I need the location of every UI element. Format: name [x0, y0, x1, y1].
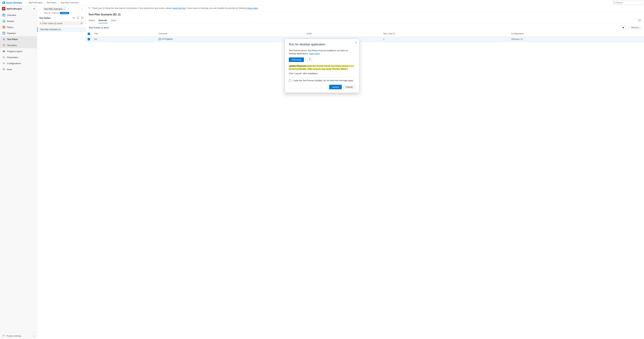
svg-rect-31: [77, 17, 79, 19]
plan-dropdown[interactable]: Test Plan Scenario ⌄: [43, 7, 66, 11]
project-settings-link[interactable]: Project settings: [6, 335, 21, 337]
tab-define[interactable]: Define: [88, 18, 96, 23]
project-avatar: M: [2, 7, 5, 11]
sidebar-item-testplans[interactable]: Test Plans: [0, 36, 37, 42]
runs-icon: [2, 68, 5, 71]
sidebar: M MyFirstProject + Overview Boards Repos…: [0, 5, 37, 339]
svg-rect-34: [638, 20, 640, 21]
search-box[interactable]: [612, 1, 643, 5]
sidebar-item-sub-progress[interactable]: Progress report: [0, 48, 37, 54]
repos-icon: [2, 26, 5, 29]
current-badge: Current: [60, 12, 69, 14]
sidebar-item-overview[interactable]: Overview: [0, 12, 37, 18]
svg-point-25: [3, 63, 4, 64]
svg-rect-3: [3, 15, 3, 16]
back-icon[interactable]: ←: [39, 8, 41, 10]
chevron-down-icon: ⌄: [63, 8, 65, 10]
svg-rect-10: [2, 26, 5, 29]
launch-hint: Click "Launch" after installation.: [289, 72, 355, 75]
launch-button[interactable]: Launch: [329, 85, 342, 89]
col-tcid[interactable]: Test Case Id: [381, 31, 509, 36]
collapse-all-icon[interactable]: [81, 17, 84, 20]
col-title[interactable]: Title: [92, 31, 157, 36]
more-icon[interactable]: ⋮: [81, 8, 84, 10]
suite-item[interactable]: Test Plan Scenario (1): [37, 27, 86, 32]
svg-rect-8: [4, 20, 5, 21]
select-all-checkbox[interactable]: ✓: [88, 33, 90, 35]
crumb-plan[interactable]: Test Plan Scenario: [60, 1, 79, 4]
suites-pane: ← Test Plan Scenario ⌄ ☆ ⋮ Feb 16 - Feb …: [37, 5, 86, 339]
learn-more-link[interactable]: Learn more: [309, 53, 320, 55]
sidebar-item-sub-testplans[interactable]: Test plans: [0, 42, 37, 48]
suite-filter[interactable]: ≡ Filter suites by name ✕: [39, 21, 84, 26]
collapse-sidebar-icon[interactable]: «: [34, 335, 35, 337]
clear-filter-icon[interactable]: ✕: [81, 22, 82, 25]
project-name: MyFirstProject: [7, 8, 22, 10]
sidebar-item-sub-runs[interactable]: Runs: [0, 66, 37, 72]
testplans-icon: [2, 38, 5, 41]
side-panel-toggle-icon[interactable]: [638, 19, 641, 23]
svg-rect-14: [3, 44, 5, 46]
svg-rect-18: [3, 51, 4, 52]
parameters-icon: [2, 56, 5, 59]
svg-rect-5: [4, 14, 5, 16]
expand-icon[interactable]: [77, 17, 79, 20]
table-row[interactable]: ✓ Val In Progress 1 3 Windows 10: [86, 36, 644, 42]
page-title: Test Plan Scenario (ID: 2): [88, 13, 641, 16]
cancel-button[interactable]: Cancel: [343, 85, 355, 89]
col-config[interactable]: Configuration: [509, 31, 644, 36]
breadcrumb: /MyFirstProject /Test Plans /Test Plan S…: [26, 1, 79, 4]
sidebar-item-sub-configurations[interactable]: Configurations: [0, 60, 37, 66]
report-bug-link[interactable]: report the bug: [172, 7, 186, 9]
svg-point-12: [4, 27, 5, 28]
cell-config: Windows 10: [509, 36, 644, 42]
sidebar-item-sub-parameters[interactable]: Parameters: [0, 54, 37, 60]
outcome-filter[interactable]: ⌄: [621, 26, 628, 30]
crumb-testplans[interactable]: Test Plans: [46, 1, 56, 4]
svg-point-21: [3, 57, 4, 57]
search-icon: [614, 2, 616, 4]
list-icon: [2, 44, 5, 47]
progress-icon: [2, 50, 5, 53]
add-icon[interactable]: +: [34, 7, 35, 10]
search-input[interactable]: [616, 2, 642, 4]
preview-banner: ⓘ Thank you for trying the new boards hu…: [86, 5, 644, 11]
chevron-down-icon: ⌄: [625, 27, 626, 29]
close-icon[interactable]: ✕: [355, 41, 357, 44]
svg-rect-7: [3, 20, 4, 21]
svg-point-0: [614, 2, 615, 3]
boards-icon: [2, 20, 5, 23]
row-checkbox[interactable]: ✓: [88, 38, 90, 40]
crumb-project[interactable]: MyFirstProject: [28, 1, 42, 4]
tab-chart[interactable]: Chart: [110, 18, 116, 23]
svg-rect-28: [73, 17, 74, 18]
filter-icon: ≡: [40, 22, 42, 25]
pipelines-icon: [2, 32, 5, 35]
brand[interactable]: Azure DevOps: [1, 1, 23, 4]
dont-show-checkbox[interactable]: [289, 79, 291, 82]
dialog-title: Run for desktop application: [289, 43, 355, 46]
configurations-icon: [2, 62, 5, 65]
pass-dot-icon: [622, 27, 624, 28]
disable-steps-link[interactable]: these steps: [247, 7, 258, 9]
run-for-button[interactable]: Run for v: [630, 26, 641, 30]
link-suite-icon[interactable]: [72, 17, 75, 20]
test-points-grid: ✓ Title Outcome Order Test Case Id Confi…: [86, 31, 644, 42]
cell-tcid: 3: [381, 36, 509, 42]
project-header[interactable]: M MyFirstProject +: [0, 5, 37, 12]
gear-icon: [2, 334, 5, 337]
run-desktop-dialog: ✕ Run for desktop application Test Runne…: [285, 39, 359, 93]
tab-execute[interactable]: Execute: [98, 18, 108, 23]
col-order[interactable]: Order: [304, 31, 381, 36]
plan-dates: Feb 16 - Feb 23: [44, 12, 58, 14]
col-outcome[interactable]: Outcome: [157, 31, 304, 36]
svg-rect-19: [4, 51, 4, 52]
sidebar-item-repos[interactable]: Repos: [0, 24, 37, 30]
sidebar-item-boards[interactable]: Boards: [0, 18, 37, 24]
copy-link-icon[interactable]: [308, 58, 312, 62]
svg-rect-20: [4, 51, 5, 52]
svg-rect-4: [4, 15, 4, 16]
download-button[interactable]: Download: [289, 58, 304, 62]
sidebar-item-pipelines[interactable]: Pipelines: [0, 30, 37, 36]
favorite-icon[interactable]: ☆: [68, 8, 70, 10]
